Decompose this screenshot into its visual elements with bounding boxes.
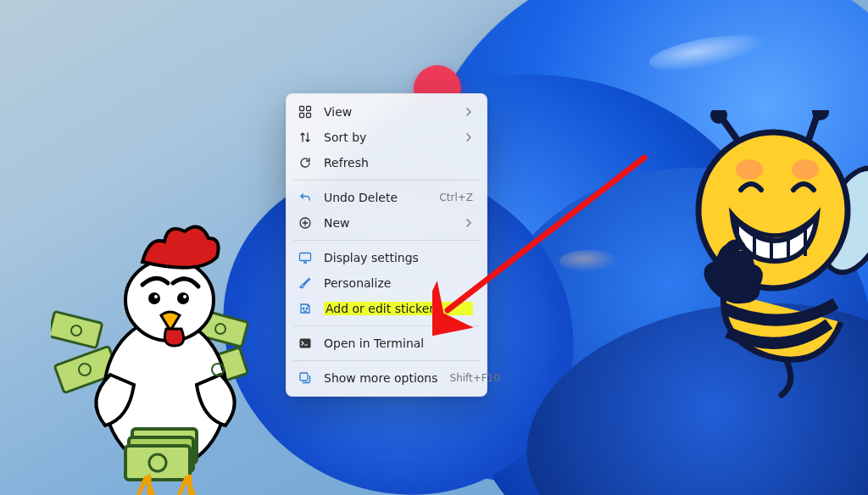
svg-rect-25 (307, 107, 311, 111)
svg-rect-32 (300, 339, 311, 348)
terminal-icon (298, 336, 312, 350)
menu-item-sort-by[interactable]: Sort by (292, 125, 481, 150)
menu-item-label: Display settings (324, 251, 473, 264)
menu-item-view[interactable]: View (292, 99, 481, 125)
svg-rect-27 (307, 114, 311, 118)
more-options-icon (298, 371, 312, 385)
menu-item-label: Refresh (324, 156, 473, 170)
grid-icon (298, 105, 312, 119)
plus-circle-icon (298, 216, 312, 230)
menu-separator (293, 180, 480, 181)
svg-point-6 (148, 292, 160, 304)
menu-separator (293, 325, 480, 326)
chevron-right-icon (465, 105, 473, 119)
chevron-right-icon (465, 216, 473, 230)
menu-item-label: Sort by (324, 131, 453, 144)
refresh-icon (298, 156, 312, 170)
menu-item-label: View (324, 105, 453, 119)
svg-point-31 (306, 308, 308, 309)
menu-item-show-more-options[interactable]: Show more options Shift+F10 (292, 365, 481, 391)
menu-item-label: Undo Delete (324, 191, 427, 204)
menu-item-shortcut: Ctrl+Z (439, 192, 473, 203)
menu-item-display-settings[interactable]: Display settings (292, 245, 481, 270)
svg-point-30 (303, 308, 304, 309)
sticker-chicken-money[interactable] (51, 215, 271, 495)
svg-point-23 (792, 159, 819, 180)
desktop-context-menu: View Sort by Refresh Undo Dele (286, 93, 487, 397)
svg-point-9 (183, 295, 186, 298)
sticker-bee-thumbs-up[interactable] (690, 110, 868, 415)
menu-item-undo-delete[interactable]: Undo Delete Ctrl+Z (292, 185, 481, 210)
svg-rect-1 (51, 311, 103, 348)
undo-icon (298, 191, 312, 204)
sort-icon (298, 131, 312, 144)
desktop[interactable]: View Sort by Refresh Undo Dele (0, 0, 868, 495)
menu-separator (293, 360, 480, 361)
svg-rect-33 (300, 373, 308, 381)
menu-item-shortcut: Shift+F10 (450, 372, 501, 384)
svg-point-7 (177, 292, 189, 304)
menu-item-new[interactable]: New (292, 210, 481, 236)
menu-item-label: Personalize (324, 276, 473, 290)
menu-separator (293, 240, 480, 241)
svg-rect-12 (125, 446, 190, 480)
svg-point-22 (736, 159, 763, 180)
chevron-right-icon (465, 131, 473, 144)
menu-item-label: Add or edit stickers (324, 302, 473, 315)
paintbrush-icon (298, 276, 312, 290)
display-settings-icon (298, 251, 312, 264)
svg-rect-29 (300, 253, 311, 261)
menu-item-label: New (324, 216, 453, 230)
menu-item-add-edit-stickers[interactable]: Add or edit stickers (292, 296, 481, 321)
sticker-icon (298, 302, 312, 315)
svg-point-8 (154, 295, 158, 298)
menu-item-refresh[interactable]: Refresh (292, 150, 481, 175)
svg-rect-26 (300, 114, 304, 118)
svg-rect-24 (300, 107, 304, 111)
menu-item-label: Show more options (324, 371, 438, 385)
menu-item-open-terminal[interactable]: Open in Terminal (292, 331, 481, 356)
menu-item-personalize[interactable]: Personalize (292, 270, 481, 296)
menu-item-label: Open in Terminal (324, 336, 473, 350)
